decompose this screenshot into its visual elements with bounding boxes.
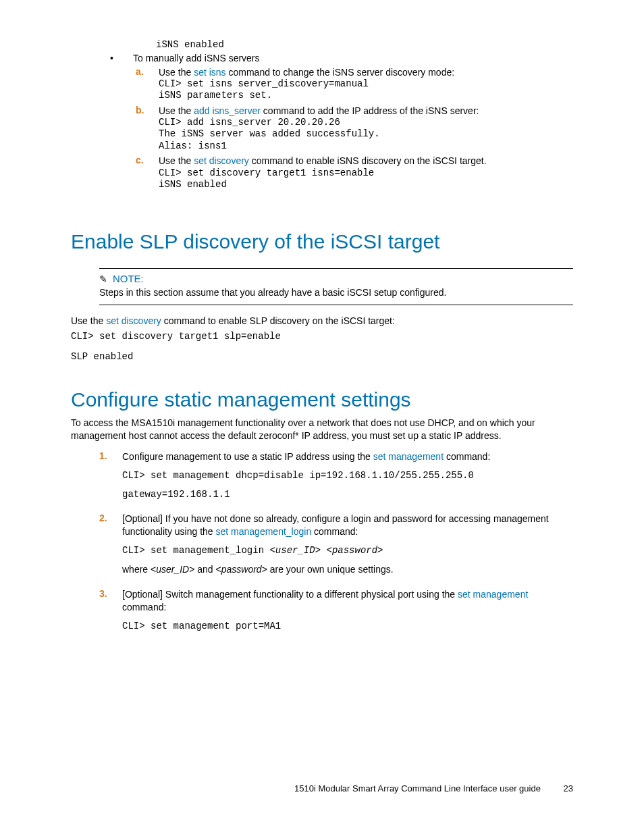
sub-marker-b: b. <box>133 105 159 115</box>
step1-pre: Configure management to use a static IP … <box>122 451 373 462</box>
static-intro: To access the MSA1510i management functi… <box>71 417 573 442</box>
link-set-management-login[interactable]: set management_login <box>216 526 312 537</box>
link-set-discovery-slp[interactable]: set discovery <box>106 315 161 326</box>
sub-b-code3: Alias: isns1 <box>159 140 573 153</box>
sub-b-text-pre: Use the <box>159 105 194 116</box>
step1-marker: 1. <box>99 450 122 461</box>
heading-enable-slp: Enable SLP discovery of the iSCSI target <box>71 230 573 253</box>
sub-b-code2: The iSNS server was added successfully. <box>159 128 573 140</box>
sub-marker-a: a. <box>133 66 159 77</box>
step1-code2: gateway=192.168.1.1 <box>122 489 573 501</box>
note-body: Steps in this section assume that you al… <box>99 287 573 298</box>
sub-b-code1: CLI> add isns_server 20.20.20.26 <box>159 117 573 129</box>
page-footer: 1510i Modular Smart Array Command Line I… <box>294 783 573 793</box>
link-set-discovery[interactable]: set discovery <box>194 155 249 166</box>
step1-code1: CLI> set management dhcp=disable ip=192.… <box>122 470 573 482</box>
sub-c-text-pre: Use the <box>159 155 194 166</box>
sub-b-text-post: command to add the IP address of the iSN… <box>261 105 479 116</box>
step3-marker: 3. <box>99 588 122 599</box>
sub-a-text-pre: Use the <box>159 67 194 78</box>
link-set-management-1[interactable]: set management <box>373 451 444 462</box>
step3-post: command: <box>122 602 166 613</box>
heading-configure-static: Configure static management settings <box>71 388 573 411</box>
slp-code2: SLP enabled <box>71 351 573 363</box>
step1-post: command: <box>444 451 490 462</box>
note-icon: ✎ <box>99 273 107 284</box>
code-continuation: iSNS enabled <box>156 39 573 51</box>
link-add-isns-server[interactable]: add isns_server <box>194 105 261 116</box>
sub-c-code2: iSNS enabled <box>159 179 573 191</box>
step2-where: where <user_ID> and <password> are your … <box>122 563 573 576</box>
step2-code: CLI> set management_login <user_ID> <pas… <box>122 545 573 557</box>
sub-a-text-post: command to change the iSNS server discov… <box>226 67 455 78</box>
sub-c-code1: CLI> set discovery target1 isns=enable <box>159 167 573 180</box>
step3-pre: [Optional] Switch management functionali… <box>122 589 458 600</box>
link-set-isns[interactable]: set isns <box>194 67 225 78</box>
note-label: NOTE: <box>113 273 144 284</box>
sub-c-text-post: command to enable iSNS discovery on the … <box>249 155 487 166</box>
slp-body-pre: Use the <box>71 315 106 326</box>
sub-a-code1: CLI> set isns server_discovery=manual <box>159 78 573 90</box>
slp-code1: CLI> set discovery target1 slp=enable <box>71 331 573 343</box>
link-set-management-3[interactable]: set management <box>458 589 528 600</box>
bullet-icon: • <box>106 53 133 63</box>
footer-page-number: 23 <box>564 783 573 793</box>
sub-marker-c: c. <box>133 155 159 165</box>
step2-marker: 2. <box>99 513 122 523</box>
bullet-text: To manually add iSNS servers <box>133 53 260 63</box>
slp-body-post: command to enable SLP discovery on the i… <box>161 315 395 326</box>
step2-post: command: <box>311 526 358 537</box>
step3-code1: CLI> set management port=MA1 <box>122 621 573 633</box>
sub-a-code2: iSNS parameters set. <box>159 90 573 102</box>
footer-title: 1510i Modular Smart Array Command Line I… <box>294 783 541 793</box>
note-block: ✎ NOTE: Steps in this section assume tha… <box>99 268 573 305</box>
